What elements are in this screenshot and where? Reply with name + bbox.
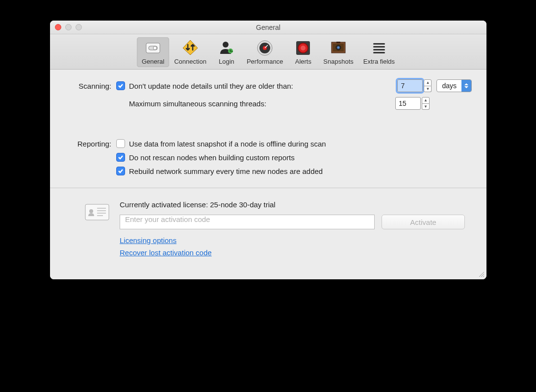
tab-connection[interactable]: Connection	[169, 37, 211, 67]
window-title: General	[50, 24, 486, 31]
tab-label: Connection	[174, 58, 206, 65]
reporting-row-snapshot: Reporting: Use data from latest snapshot…	[65, 139, 472, 148]
scanning-label: Scanning:	[65, 82, 116, 90]
tab-label: Snapshots	[323, 58, 353, 65]
tab-label: Alerts	[295, 58, 311, 65]
reporting-row-rebuild: Rebuild network summary every time new n…	[65, 167, 472, 175]
scanning-row-update: Scanning: Don't update node details unti…	[65, 79, 472, 92]
max-threads-input[interactable]	[395, 97, 421, 110]
activate-button[interactable]: Activate	[382, 215, 465, 229]
activation-code-input[interactable]: Enter your activation code	[120, 215, 375, 229]
login-icon	[218, 39, 235, 57]
select-value: days	[442, 82, 457, 90]
preferences-window: General General Connection Login Perform…	[50, 21, 486, 279]
licensing-options-link[interactable]: Licensing options	[120, 236, 472, 245]
stepper-down-icon[interactable]: ▼	[424, 86, 432, 93]
max-threads-label: Maximum simultaneous scanning threads:	[129, 99, 266, 108]
svg-rect-22	[373, 52, 385, 53]
preferences-toolbar: General Connection Login Performance Ale…	[50, 34, 486, 70]
license-content: Currently activated license: 25-node 30-…	[120, 200, 472, 261]
license-section: Currently activated license: 25-node 30-…	[65, 188, 472, 275]
svg-rect-23	[85, 204, 109, 220]
svg-rect-20	[373, 46, 385, 48]
alerts-icon	[294, 39, 312, 57]
svg-point-13	[301, 46, 306, 50]
days-stepper[interactable]: ▲ ▼	[424, 79, 432, 92]
recover-code-link[interactable]: Recover lost activation code	[120, 248, 472, 257]
stepper-up-icon[interactable]: ▲	[422, 97, 430, 104]
stepper-down-icon[interactable]: ▼	[422, 104, 430, 110]
svg-rect-6	[230, 51, 233, 52]
tab-snapshots[interactable]: Snapshots	[318, 37, 358, 67]
performance-icon	[256, 39, 274, 57]
close-button[interactable]	[55, 24, 61, 30]
scanning-row-threads: Maximum simultaneous scanning threads: ▲…	[65, 97, 472, 110]
resize-grip-icon[interactable]	[478, 270, 485, 277]
svg-point-17	[337, 47, 340, 49]
zoom-button[interactable]	[76, 24, 82, 30]
svg-rect-18	[336, 42, 340, 43]
use-snapshot-checkbox[interactable]	[116, 139, 125, 148]
use-snapshot-label: Use data from latest snapshot if a node …	[129, 140, 326, 148]
general-panel: Scanning: Don't update node details unti…	[50, 70, 486, 279]
connection-icon	[181, 39, 199, 57]
tab-label: Login	[219, 58, 234, 65]
window-controls	[55, 24, 82, 30]
tab-login[interactable]: Login	[211, 37, 242, 67]
tab-label: General	[142, 58, 164, 65]
svg-point-2	[153, 47, 157, 50]
svg-point-24	[89, 209, 93, 213]
stepper-up-icon[interactable]: ▲	[424, 79, 432, 86]
no-rescan-checkbox[interactable]	[116, 153, 125, 162]
dont-update-checkbox[interactable]	[116, 81, 125, 90]
reporting-row-rescan: Do not rescan nodes when building custom…	[65, 153, 472, 162]
no-rescan-label: Do not rescan nodes when building custom…	[129, 153, 295, 162]
days-input[interactable]	[397, 79, 423, 92]
tab-label: Performance	[247, 58, 283, 65]
titlebar: General	[50, 21, 486, 34]
tab-label: Extra fields	[363, 58, 395, 65]
tab-alerts[interactable]: Alerts	[288, 37, 318, 67]
svg-point-3	[223, 42, 229, 48]
svg-line-31	[483, 276, 484, 277]
svg-rect-19	[373, 43, 385, 45]
tab-performance[interactable]: Performance	[242, 37, 288, 67]
snapshots-icon	[330, 39, 347, 57]
minimize-button[interactable]	[65, 24, 72, 30]
license-status: Currently activated license: 25-node 30-…	[120, 200, 472, 209]
tab-general[interactable]: General	[137, 37, 169, 67]
time-unit-select[interactable]: days	[436, 79, 472, 92]
dont-update-label: Don't update node details until they are…	[129, 82, 293, 90]
rebuild-label: Rebuild network summary every time new n…	[129, 167, 323, 175]
license-input-row: Enter your activation code Activate	[120, 215, 472, 229]
select-arrows-icon	[461, 80, 471, 92]
general-icon	[144, 39, 162, 57]
license-card-icon	[84, 202, 110, 222]
tab-extra-fields[interactable]: Extra fields	[358, 37, 400, 67]
rebuild-checkbox[interactable]	[116, 167, 125, 175]
extra-fields-icon	[370, 39, 388, 57]
threads-stepper[interactable]: ▲ ▼	[422, 97, 430, 110]
reporting-label: Reporting:	[65, 140, 116, 148]
svg-rect-21	[373, 49, 385, 50]
